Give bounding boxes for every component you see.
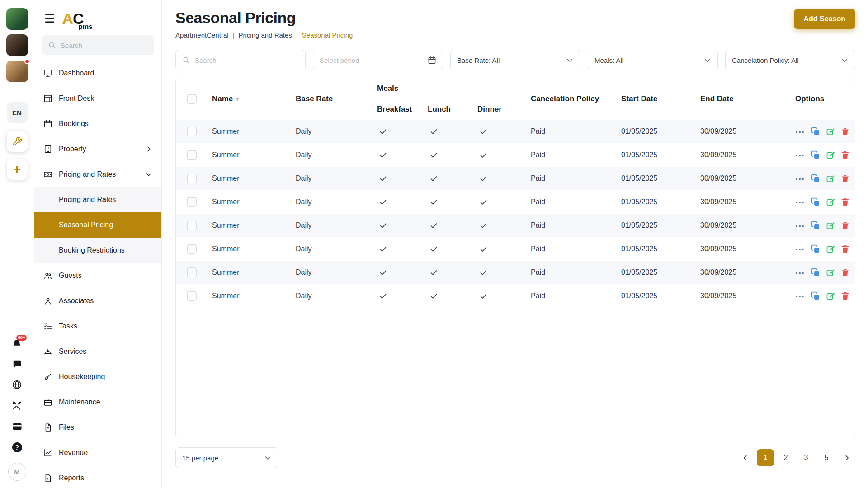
edit-button[interactable] (826, 174, 835, 183)
per-page-select[interactable]: 15 per page (175, 447, 278, 468)
season-cancelation-policy: Paid (526, 292, 617, 300)
page-button-2[interactable]: 2 (777, 449, 794, 466)
row-checkbox[interactable] (187, 150, 197, 160)
sidebar-item-files[interactable]: Files (34, 415, 161, 440)
sidebar-subitem-booking-restrictions[interactable]: Booking Restrictions (34, 238, 161, 263)
season-end-date: 30/09/2025 (696, 221, 791, 230)
table-row: Summer Daily Paid 01/05/2025 30/09/2025 … (176, 143, 855, 167)
sidebar-item-tasks[interactable]: Tasks (34, 314, 161, 339)
breadcrumb-item[interactable]: ApartmentCentral (175, 31, 229, 39)
delete-button[interactable] (841, 221, 849, 230)
edit-button[interactable] (826, 268, 835, 277)
user-avatar[interactable]: M (8, 463, 26, 481)
chat-icon[interactable] (12, 359, 22, 369)
breadcrumb-item[interactable]: Pricing and Rates (238, 31, 292, 39)
row-checkbox[interactable] (187, 197, 197, 207)
row-checkbox[interactable] (187, 221, 197, 230)
sidebar-item-associates[interactable]: Associates (34, 288, 161, 314)
page-button-1[interactable]: 1 (757, 449, 774, 466)
wrench-tool-button[interactable] (7, 131, 28, 152)
sidebar-item-reports[interactable]: Reports (34, 465, 161, 488)
associates-icon (43, 296, 52, 305)
edit-button[interactable] (826, 197, 835, 206)
calendar-icon[interactable] (428, 56, 436, 65)
sidebar-item-front-desk[interactable]: Front Desk (34, 86, 161, 111)
property-thumbnail[interactable] (6, 61, 28, 82)
season-cancelation-policy: Paid (526, 151, 617, 159)
sidebar-item-label: Services (59, 347, 86, 356)
copy-button[interactable] (811, 150, 820, 160)
hamburger-menu-icon[interactable]: ☰ (44, 13, 55, 24)
copy-button[interactable] (811, 268, 820, 277)
edit-button[interactable] (826, 244, 835, 253)
sidebar-item-bookings[interactable]: Bookings (34, 111, 161, 136)
more-options-button[interactable]: ⋯ (795, 127, 805, 136)
more-options-button[interactable]: ⋯ (795, 150, 805, 160)
app-logo[interactable]: AC pms (62, 11, 90, 26)
season-cancelation-policy: Paid (526, 245, 617, 253)
sidebar-subitem-seasonal-pricing[interactable]: Seasonal Pricing (34, 212, 161, 238)
previous-page-button[interactable] (736, 449, 754, 466)
edit-button[interactable] (826, 150, 835, 160)
delete-button[interactable] (841, 127, 849, 136)
sidebar-item-property[interactable]: Property (34, 136, 161, 162)
column-header-name[interactable]: Name▾ (208, 78, 291, 120)
row-checkbox[interactable] (187, 174, 197, 183)
delete-button[interactable] (841, 268, 849, 277)
copy-button[interactable] (811, 291, 820, 300)
more-options-button[interactable]: ⋯ (795, 268, 805, 277)
row-checkbox[interactable] (187, 267, 197, 277)
copy-button[interactable] (811, 221, 820, 230)
row-checkbox[interactable] (187, 244, 197, 254)
delete-button[interactable] (841, 291, 849, 300)
delete-button[interactable] (841, 197, 849, 206)
meals-filter[interactable]: Meals: All (588, 50, 718, 70)
column-header-dinner: Dinner (473, 105, 526, 114)
payment-card-icon[interactable] (12, 421, 23, 432)
more-options-button[interactable]: ⋯ (795, 197, 805, 207)
next-page-button[interactable] (838, 449, 855, 466)
help-icon[interactable]: ? (12, 442, 22, 452)
page-button-3[interactable]: 3 (797, 449, 815, 466)
delete-button[interactable] (841, 244, 849, 253)
more-options-button[interactable]: ⋯ (795, 221, 805, 230)
page-button-5[interactable]: 5 (818, 449, 835, 466)
copy-button[interactable] (811, 127, 820, 136)
sidebar-item-guests[interactable]: Guests (34, 263, 161, 288)
cancelation-policy-filter[interactable]: Cancelation Policy: All (725, 50, 855, 70)
sidebar-item-dashboard[interactable]: Dashboard (34, 61, 161, 86)
sidebar-item-housekeeping[interactable]: Housekeeping (34, 364, 161, 389)
edit-button[interactable] (826, 221, 835, 230)
row-checkbox[interactable] (187, 127, 197, 136)
add-season-button[interactable]: Add Season (794, 9, 855, 29)
sidebar-item-revenue[interactable]: Revenue (34, 440, 161, 465)
sidebar-subitem-pricing-and-rates[interactable]: Pricing and Rates (34, 187, 161, 212)
edit-button[interactable] (826, 291, 835, 300)
row-checkbox[interactable] (187, 291, 197, 301)
sidebar-item-services[interactable]: Services (34, 339, 161, 364)
copy-button[interactable] (811, 197, 820, 206)
property-thumbnail[interactable] (6, 8, 28, 30)
edit-button[interactable] (826, 127, 835, 136)
sidebar-item-maintenance[interactable]: Maintenance (34, 389, 161, 415)
delete-button[interactable] (841, 174, 849, 183)
more-options-button[interactable]: ⋯ (795, 244, 805, 254)
table-search-input[interactable] (195, 56, 299, 64)
sidebar-search-input[interactable] (61, 42, 151, 49)
more-options-button[interactable]: ⋯ (795, 291, 805, 301)
notifications-bell-icon[interactable]: 99+ (12, 338, 22, 349)
select-period-input[interactable] (320, 56, 423, 64)
add-button[interactable]: + (7, 159, 28, 180)
globe-icon[interactable] (12, 380, 22, 390)
copy-button[interactable] (811, 244, 820, 253)
delete-button[interactable] (841, 150, 849, 160)
tools-icon[interactable] (12, 400, 22, 411)
breakfast-check-icon (373, 127, 423, 136)
language-button[interactable]: EN (7, 102, 28, 123)
copy-button[interactable] (811, 174, 820, 183)
select-all-checkbox[interactable] (187, 94, 197, 104)
base-rate-filter[interactable]: Base Rate: All (450, 50, 580, 70)
more-options-button[interactable]: ⋯ (795, 174, 805, 183)
sidebar-item-pricing-and-rates[interactable]: Pricing and Rates (34, 162, 161, 187)
property-thumbnail[interactable] (6, 34, 28, 56)
